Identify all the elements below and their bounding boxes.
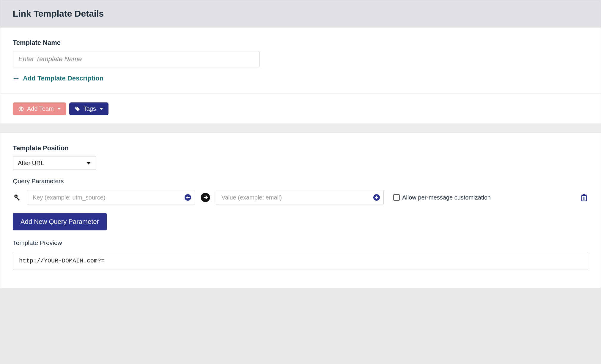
template-config-section: Template Position After URL Query Parame… xyxy=(0,133,601,288)
chevron-down-icon xyxy=(100,108,103,110)
template-position-value: After URL xyxy=(18,160,44,167)
chevron-down-icon xyxy=(86,162,91,164)
plus-icon xyxy=(13,75,19,82)
team-tags-section: Add Team Tags xyxy=(0,94,601,124)
add-team-label: Add Team xyxy=(27,105,54,112)
section-divider xyxy=(0,124,601,133)
template-preview-output: http://YOUR-DOMAIN.com?= xyxy=(13,252,588,270)
template-name-input[interactable] xyxy=(13,51,259,67)
svg-point-1 xyxy=(76,107,77,108)
template-name-label: Template Name xyxy=(13,39,588,47)
query-parameter-row: Allow per-message customization xyxy=(13,190,588,205)
template-name-section: Template Name Add Template Description xyxy=(0,27,601,94)
svg-rect-14 xyxy=(583,194,585,195)
globe-icon xyxy=(18,106,24,112)
template-position-select[interactable]: After URL xyxy=(13,156,96,170)
query-parameters-label: Query Parameters xyxy=(13,178,588,185)
add-query-parameter-label: Add New Query Parameter xyxy=(21,218,99,225)
tag-icon xyxy=(75,106,81,112)
add-key-variable-button[interactable] xyxy=(184,194,191,201)
allow-customization-checkbox[interactable] xyxy=(393,194,400,201)
query-value-input[interactable] xyxy=(216,190,384,205)
allow-customization-row[interactable]: Allow per-message customization xyxy=(393,194,491,201)
add-template-description-button[interactable]: Add Template Description xyxy=(13,75,588,82)
svg-point-3 xyxy=(15,196,17,197)
delete-parameter-button[interactable] xyxy=(580,193,588,202)
add-query-parameter-button[interactable]: Add New Query Parameter xyxy=(13,213,107,230)
svg-rect-10 xyxy=(583,197,584,200)
add-value-variable-button[interactable] xyxy=(373,194,380,201)
add-template-description-label: Add Template Description xyxy=(23,75,103,82)
tags-label: Tags xyxy=(84,105,96,112)
page-header: Link Template Details xyxy=(0,0,601,27)
page-title: Link Template Details xyxy=(13,9,588,19)
svg-rect-11 xyxy=(584,197,584,200)
template-preview-label: Template Preview xyxy=(13,239,588,246)
chevron-down-icon xyxy=(57,108,61,110)
arrow-right-icon xyxy=(200,192,210,202)
key-icon xyxy=(13,194,22,201)
svg-rect-12 xyxy=(585,197,585,200)
allow-customization-label: Allow per-message customization xyxy=(402,194,491,201)
tags-button[interactable]: Tags xyxy=(69,102,108,115)
query-key-input[interactable] xyxy=(27,190,195,205)
add-team-button[interactable]: Add Team xyxy=(13,102,66,115)
template-position-label: Template Position xyxy=(13,144,588,152)
